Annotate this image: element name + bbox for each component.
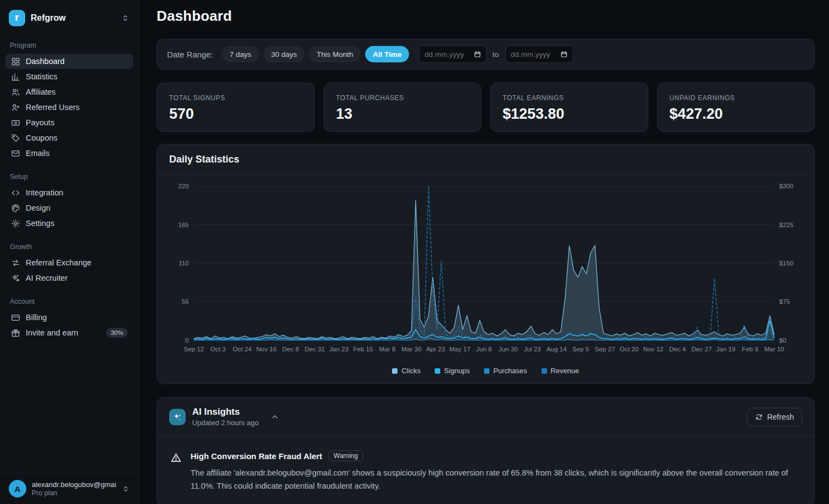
daily-statistics-card: Daily Statistics 0$055$75110$150165$2252…	[157, 144, 815, 384]
svg-text:Nov 12: Nov 12	[643, 345, 664, 352]
user-plus-icon	[11, 103, 20, 112]
sidebar-item-settings[interactable]: Settings	[5, 216, 133, 231]
sidebar-item-invite-and-earn[interactable]: Invite and earn30%	[5, 325, 133, 340]
date-to-field[interactable]	[505, 45, 573, 63]
sidebar-item-referred-users[interactable]: Referred Users	[5, 100, 133, 115]
statistics-icon	[11, 72, 20, 82]
sidebar-item-dashboard[interactable]: Dashboard	[5, 54, 133, 69]
stat-label: TOTAL EARNINGS	[503, 94, 636, 102]
brand[interactable]: r Refgrow	[5, 8, 133, 30]
svg-text:Aug 14: Aug 14	[546, 345, 567, 352]
legend-label: Clicks	[401, 367, 421, 375]
user-menu[interactable]: A alexandr.belogubov@gmai... Pro plan	[0, 473, 139, 504]
stat-value: $427.20	[670, 106, 803, 123]
sidebar-nav: ProgramDashboardStatisticsAffiliatesRefe…	[5, 30, 133, 473]
stats-row: TOTAL SIGNUPS570TOTAL PURCHASES13TOTAL E…	[157, 83, 815, 132]
svg-text:Jul 23: Jul 23	[524, 345, 541, 352]
svg-text:Mar 30: Mar 30	[401, 345, 422, 352]
svg-text:Sep 27: Sep 27	[595, 345, 615, 352]
sidebar-item-label: Statistics	[26, 72, 57, 81]
sidebar-item-affiliates[interactable]: Affiliates	[5, 84, 133, 100]
sidebar-item-ai-recruiter[interactable]: AI Recruiter	[5, 270, 133, 286]
date-from-field[interactable]	[419, 45, 487, 63]
sidebar-item-label: Affiliates	[26, 88, 56, 96]
date-range-separator: to	[492, 50, 498, 59]
sidebar-item-label: Settings	[26, 219, 54, 228]
preset-7-days[interactable]: 7 days	[222, 46, 259, 62]
stat-value: 13	[336, 106, 469, 123]
svg-text:110: 110	[179, 259, 189, 267]
dashboard-icon	[11, 57, 20, 66]
credit-card-icon	[11, 313, 20, 322]
sidebar-item-payouts[interactable]: Payouts	[5, 115, 133, 130]
svg-text:165: 165	[178, 221, 189, 228]
sidebar-item-emails[interactable]: Emails	[5, 146, 133, 161]
legend-item-purchases[interactable]: Purchases	[484, 367, 527, 375]
legend-item-signups[interactable]: Signups	[435, 367, 470, 375]
svg-text:$225: $225	[779, 221, 794, 228]
sidebar: r Refgrow ProgramDashboardStatisticsAffi…	[0, 0, 139, 504]
stat-card-unpaid-earnings: UNPAID EARNINGS$427.20	[657, 83, 815, 132]
chevron-updown-icon[interactable]	[121, 14, 130, 22]
code-icon	[11, 188, 20, 198]
section-label: Growth	[10, 243, 129, 251]
preset-30-days[interactable]: 30 days	[263, 46, 304, 62]
banknote-icon	[11, 118, 20, 128]
warning-badge: Warning	[329, 450, 362, 461]
sidebar-item-statistics[interactable]: Statistics	[5, 69, 133, 84]
sparkles-icon	[11, 274, 20, 283]
sidebar-item-label: Billing	[26, 313, 47, 322]
svg-text:Oct 3: Oct 3	[210, 345, 226, 352]
alert-body: The affiliate 'alexandr.belogubov@gmail.…	[191, 467, 802, 493]
chart-area: 0$055$75110$150165$225220$300Sep 12Oct 3…	[157, 175, 814, 362]
refresh-button[interactable]: Refresh	[747, 408, 802, 426]
page-title: Dashboard	[157, 8, 815, 25]
sidebar-item-label: Invite and earn	[26, 328, 78, 337]
sidebar-item-design[interactable]: Design	[5, 200, 133, 216]
sidebar-item-integration[interactable]: Integration	[5, 185, 133, 200]
svg-text:May 17: May 17	[450, 345, 470, 352]
stat-value: $1253.80	[503, 106, 636, 123]
stat-label: TOTAL PURCHASES	[336, 94, 469, 102]
stat-card-total-purchases: TOTAL PURCHASES13	[324, 83, 482, 132]
chart-legend: ClicksSignupsPurchasesRevenue	[157, 362, 814, 384]
sidebar-item-billing[interactable]: Billing	[5, 310, 133, 325]
legend-label: Revenue	[551, 367, 579, 375]
warning-triangle-icon	[170, 452, 182, 493]
svg-text:Oct 24: Oct 24	[233, 345, 252, 352]
collapse-caret-icon[interactable]	[270, 413, 279, 421]
tag-icon	[11, 134, 20, 143]
user-plan: Pro plan	[32, 489, 116, 497]
date-from-input[interactable]	[424, 50, 469, 59]
svg-text:220: 220	[178, 182, 189, 189]
calendar-icon[interactable]	[560, 50, 568, 58]
legend-item-clicks[interactable]: Clicks	[392, 367, 421, 375]
daily-statistics-chart: 0$055$75110$150165$225220$300Sep 12Oct 3…	[165, 178, 807, 362]
sidebar-item-label: Integration	[26, 188, 64, 197]
section-label: Account	[10, 298, 129, 305]
legend-swatch	[392, 368, 398, 374]
calendar-icon[interactable]	[474, 50, 481, 58]
preset-this-month[interactable]: This Month	[309, 46, 361, 62]
sidebar-item-coupons[interactable]: Coupons	[5, 130, 133, 146]
main-content: Dashboard Date Range: 7 days30 daysThis …	[139, 0, 829, 504]
stat-card-total-earnings: TOTAL EARNINGS$1253.80	[490, 83, 648, 132]
gear-icon	[11, 219, 20, 228]
date-to-input[interactable]	[511, 50, 556, 59]
legend-swatch	[435, 368, 440, 374]
ai-insights-card: AI Insights Updated 2 hours ago Refresh …	[157, 397, 815, 504]
fraud-alert: High Conversion Rate Fraud Alert Warning…	[157, 436, 814, 504]
chevron-updown-icon	[122, 485, 130, 493]
swap-icon	[11, 258, 20, 268]
svg-text:Feb 15: Feb 15	[353, 345, 373, 352]
svg-text:Feb 9: Feb 9	[742, 345, 758, 352]
ai-sparkles-icon	[169, 409, 186, 425]
stat-label: UNPAID EARNINGS	[670, 94, 803, 102]
svg-text:Dec 27: Dec 27	[692, 345, 712, 352]
legend-swatch	[542, 368, 547, 374]
legend-item-revenue[interactable]: Revenue	[542, 367, 579, 375]
svg-text:Dec 8: Dec 8	[282, 345, 299, 352]
sidebar-item-referral-exchange[interactable]: Referral Exchange	[5, 255, 133, 270]
ai-insights-title: AI Insights	[192, 407, 258, 418]
preset-all-time[interactable]: All Time	[365, 46, 409, 62]
